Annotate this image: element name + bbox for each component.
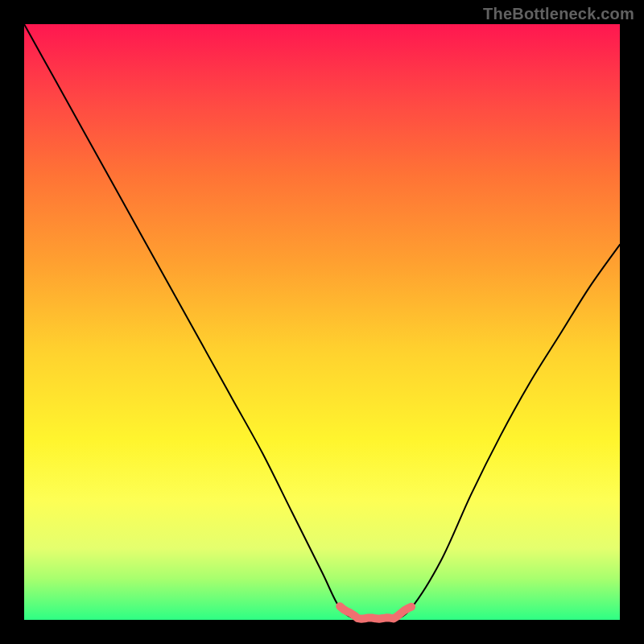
watermark-text: TheBottleneck.com [483,5,634,23]
chart-area [24,24,620,620]
chart-svg [24,24,620,620]
optimal-range-highlight [340,606,411,618]
bottleneck-curve [24,24,620,621]
